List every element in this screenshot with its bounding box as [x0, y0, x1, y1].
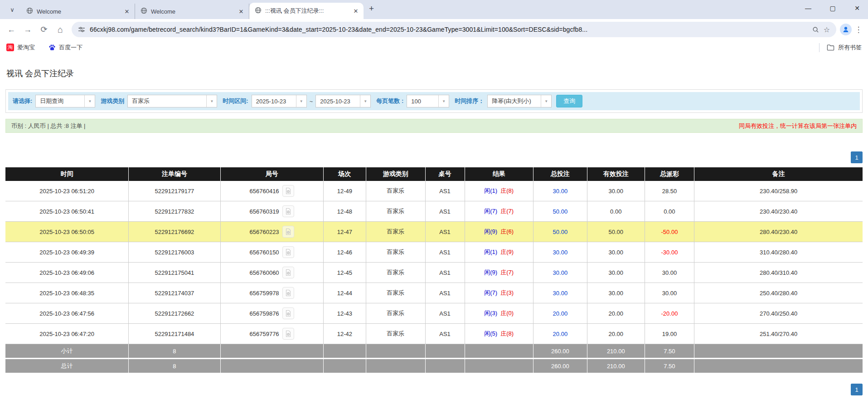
video-replay-icon[interactable] [282, 226, 294, 238]
url-text[interactable]: 66cxkj98.com/game/betrecord_search/kind3… [90, 26, 808, 33]
cell-valid-bet: 30.00 [587, 263, 645, 283]
tab-close-icon[interactable]: ✕ [123, 7, 131, 15]
page-size-select[interactable]: 100 ▼ [407, 95, 449, 107]
tab-close-icon[interactable]: ✕ [237, 7, 245, 15]
video-replay-icon[interactable] [282, 205, 294, 217]
cell-valid-bet: 0.00 [587, 201, 645, 221]
cell-valid-bet: 50.00 [587, 222, 645, 242]
video-replay-icon[interactable] [282, 328, 294, 340]
cell-round: 12-46 [324, 242, 367, 262]
bookmark-aitaobao[interactable]: 淘 爱淘宝 [6, 44, 35, 52]
cell-valid-bet: 30.00 [587, 242, 645, 262]
address-bar[interactable]: 66cxkj98.com/game/betrecord_search/kind3… [72, 22, 836, 37]
cell-table-no: AS1 [426, 263, 465, 283]
cell-total-bet[interactable]: 30.00 [533, 242, 587, 262]
sort-select[interactable]: 降幂(由大到小) ▼ [487, 95, 552, 107]
video-replay-icon[interactable] [282, 246, 294, 258]
game-no-text: 656760223 [250, 229, 279, 235]
result-banker: 庄(7) [500, 268, 514, 277]
cell-result: 闲(1)庄(9) [465, 242, 533, 262]
all-bookmarks[interactable]: 所有书签 [819, 43, 862, 52]
video-replay-icon[interactable] [282, 307, 294, 319]
zoom-icon[interactable] [812, 26, 819, 33]
sort-label: 时间排序： [455, 97, 484, 105]
cell-round: 12-45 [324, 263, 367, 283]
cell-table-no: AS1 [426, 242, 465, 262]
total-total-bet: 260.00 [533, 359, 587, 373]
bookmark-star-icon[interactable]: ☆ [824, 25, 830, 34]
close-button[interactable]: ✕ [853, 5, 861, 12]
profile-avatar[interactable] [840, 24, 852, 35]
total-valid-bet: 210.00 [587, 359, 645, 373]
video-replay-icon[interactable] [282, 287, 294, 299]
cell-game-type: 百家乐 [366, 242, 425, 262]
cell-total-bet[interactable]: 20.00 [533, 303, 587, 323]
col-header-bet-id: 注单编号 [129, 167, 220, 181]
maximize-button[interactable]: ▢ [829, 5, 836, 12]
cell-bet-id: 522912171484 [129, 324, 220, 344]
cell-valid-bet: 30.00 [587, 181, 645, 201]
col-header-table-no: 桌号 [426, 167, 465, 181]
game-no-text: 656760416 [250, 188, 279, 195]
cell-total-bet[interactable]: 30.00 [533, 181, 587, 201]
result-player: 闲(9) [484, 228, 497, 236]
cell-bet-id: 522912172662 [129, 303, 220, 323]
site-settings-icon[interactable] [78, 26, 85, 33]
result-banker: 庄(9) [500, 248, 514, 256]
date-separator: ~ [310, 98, 313, 105]
video-replay-icon[interactable] [282, 267, 294, 278]
new-tab-button[interactable]: + [369, 4, 374, 14]
baidu-paw-icon [48, 44, 56, 51]
tab-search-icon[interactable]: ∨ [6, 4, 18, 15]
date-start-select[interactable]: 2025-10-23 ▼ [252, 95, 307, 107]
cell-total-bet[interactable]: 30.00 [533, 263, 587, 283]
date-end-select[interactable]: 2025-10-23 ▼ [315, 95, 371, 107]
total-row: 总计 8 260.00 210.00 7.50 [5, 359, 863, 374]
query-type-label: 请选择: [13, 97, 32, 105]
table-row: 2025-10-23 06:49:06522912175041656760060… [5, 263, 863, 283]
cell-game-no: 656759776 [221, 324, 324, 344]
result-player: 闲(1) [484, 187, 497, 195]
minimize-button[interactable]: — [805, 5, 812, 12]
cell-payout: 0.00 [645, 201, 695, 221]
page-number-button[interactable]: 1 [851, 384, 863, 395]
cell-round: 12-47 [324, 222, 367, 242]
tab-welcome-1[interactable]: Welcome ✕ [21, 4, 135, 19]
table-row: 2025-10-23 06:47:56522912172662656759876… [5, 303, 863, 324]
cell-result: 闲(5)庄(8) [465, 324, 533, 344]
page-number-button[interactable]: 1 [851, 151, 863, 163]
tab-title: Welcome [151, 8, 233, 15]
cell-total-bet[interactable]: 30.00 [533, 283, 587, 303]
cell-remark: 270.40/250.40 [694, 303, 863, 323]
folder-icon [827, 44, 834, 51]
tab-betrecord-active[interactable]: :::视讯 会员下注纪录::: ✕ [249, 3, 364, 19]
pagination-bottom: 1 [5, 384, 863, 395]
home-icon[interactable]: ⌂ [53, 22, 68, 37]
back-icon[interactable]: ← [4, 22, 19, 37]
cell-game-no: 656760223 [221, 222, 324, 242]
cell-total-bet[interactable]: 50.00 [533, 222, 587, 242]
cell-bet-id: 522912176692 [129, 222, 220, 242]
chevron-down-icon: ▼ [438, 95, 449, 107]
bookmark-baidu[interactable]: 百度一下 [48, 44, 82, 52]
video-replay-icon[interactable] [282, 185, 294, 197]
tab-close-icon[interactable]: ✕ [352, 7, 360, 15]
col-header-game-no: 局号 [221, 167, 324, 181]
table-row: 2025-10-23 06:47:20522912171484656759776… [5, 324, 863, 344]
reload-icon[interactable]: ⟳ [36, 22, 52, 37]
query-type-select[interactable]: 日期查询 ▼ [35, 95, 95, 107]
game-no-text: 656759978 [250, 290, 279, 297]
result-player: 闲(1) [484, 248, 497, 256]
chevron-down-icon: ▼ [206, 95, 217, 107]
game-type-select[interactable]: 百家乐 ▼ [127, 95, 217, 107]
cell-total-bet[interactable]: 50.00 [533, 201, 587, 221]
subtotal-label: 小计 [5, 344, 129, 358]
query-type-value: 日期查询 [36, 95, 84, 107]
cell-total-bet[interactable]: 20.00 [533, 324, 587, 344]
forward-icon[interactable]: → [20, 22, 35, 37]
tab-welcome-2[interactable]: Welcome ✕ [135, 4, 249, 19]
browser-menu-icon[interactable]: ⋮ [853, 25, 864, 34]
col-header-game-type: 游戏类别 [366, 167, 425, 181]
cell-bet-id: 522912174037 [129, 283, 220, 303]
search-button[interactable]: 查询 [556, 95, 582, 107]
